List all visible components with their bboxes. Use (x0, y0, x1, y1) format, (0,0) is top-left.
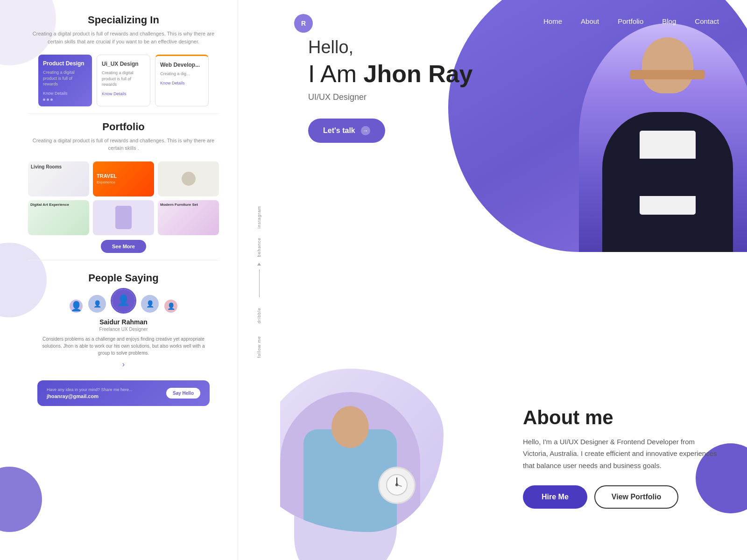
card-desc-2: Creating a digital product is full of re… (102, 70, 145, 88)
hire-me-button[interactable]: Hire Me (523, 485, 587, 509)
about-description: Hello, I'm a UI/UX Designer & Frontend D… (523, 436, 719, 472)
portfolio-grid: Living Rooms TRAVEL Experience Digital A… (28, 161, 219, 235)
about-working-image (280, 369, 458, 537)
right-panel: R Home About Portfolio Blog Contact Hell… (280, 0, 747, 560)
thumb-label-4: Digital Art Experience (28, 200, 89, 210)
contact-say-hello-button[interactable]: Say Hello (166, 388, 200, 399)
portfolio-subtitle: Creating a digital product is full of re… (28, 137, 219, 152)
divider-1 (28, 113, 219, 114)
card-title-2: Ui_UX Design (102, 61, 145, 67)
avatar-4: 👤 (163, 299, 178, 314)
person-body (602, 112, 733, 252)
divider-2 (28, 260, 219, 260)
thumb-icon-5 (115, 206, 132, 229)
card-link-1[interactable]: Know Details (43, 91, 87, 96)
portfolio-item-5[interactable] (93, 200, 154, 235)
nav-portfolio[interactable]: Portfolio (618, 17, 643, 25)
working-blob (280, 369, 444, 532)
nav-home[interactable]: Home (543, 17, 562, 25)
social-dribble[interactable]: dribble (257, 304, 261, 327)
arrow-line (259, 269, 260, 297)
hero-role: UI/UX Designer (308, 92, 473, 102)
specializing-title: Specializing In (28, 14, 219, 26)
specializing-cards: Product Design Creating a digital produc… (28, 55, 219, 106)
social-links: instagram behance dribble follow me (257, 202, 261, 358)
avatar-3: 👤 (140, 294, 160, 314)
nav-avatar: R (294, 14, 313, 33)
nav-blog[interactable]: Blog (662, 17, 676, 25)
card-link-3[interactable]: Know Details (160, 81, 204, 85)
contact-bar: Have any idea in your mind? Share me her… (37, 380, 210, 406)
specializing-section: Specializing In Creating a digital produ… (0, 0, 238, 415)
about-section: About me Hello, I'm a UI/UX Designer & F… (280, 499, 747, 537)
hero-btn-arrow-icon: → (361, 126, 370, 135)
clock-face (385, 473, 409, 497)
person-shoulders (630, 70, 705, 79)
nav-avatar-letter: R (301, 20, 306, 27)
view-portfolio-button[interactable]: View Portfolio (594, 485, 678, 509)
testimonial-text: Considers problems as a challenge and en… (42, 336, 205, 357)
clock-decoration (378, 467, 416, 504)
hero-section: Hello, I Am Jhon Ray UI/UX Designer Let'… (308, 37, 473, 143)
avatar-main: 👤 (111, 288, 136, 314)
card-dots-1 (43, 98, 87, 101)
avatar-1: 👤 (69, 299, 84, 314)
card-title-3: Web Develop... (160, 62, 204, 68)
navigation: R Home About Portfolio Blog Contact (280, 0, 747, 42)
portfolio-item-2[interactable]: TRAVEL Experience (93, 161, 154, 196)
working-person-head (331, 406, 369, 448)
arrow-up-icon (257, 263, 261, 266)
specializing-subtitle: Creating a digital product is full of re… (28, 30, 219, 45)
nav-contact[interactable]: Contact (695, 17, 719, 25)
contact-hint: Have any idea in your mind? Share me her… (47, 387, 133, 392)
hero-name-bold: Jhon Ray (363, 60, 472, 87)
testimonial-section: People Saying 👤 👤 👤 👤 👤 Saidur Rahm (28, 267, 219, 373)
about-buttons: Hire Me View Portfolio (523, 485, 719, 509)
hero-cta-label: Let's talk (323, 126, 355, 135)
nav-about[interactable]: About (581, 17, 599, 25)
portfolio-item-1[interactable]: Living Rooms (28, 161, 89, 196)
card-link-2[interactable]: Know Details (102, 91, 145, 96)
portfolio-item-4[interactable]: Digital Art Experience (28, 200, 89, 235)
about-text-area: About me Hello, I'm a UI/UX Designer & F… (523, 406, 719, 509)
person-silhouette (579, 23, 747, 252)
hero-intro: I Am (308, 60, 363, 87)
portfolio-item-6[interactable]: Modern Furniture Set (158, 200, 219, 235)
contact-bar-info: Have any idea in your mind? Share me her… (47, 387, 133, 399)
person-head (642, 37, 693, 93)
portfolio-title: Portfolio (28, 121, 219, 133)
card-desc-3: Creating a dig... (160, 71, 204, 77)
card-desc-1: Creating a digital product is full of re… (43, 70, 87, 87)
testimonial-avatars: 👤 👤 👤 👤 👤 (42, 288, 205, 314)
left-panel: Specializing In Creating a digital produ… (0, 0, 238, 560)
blob-decoration-bottom-left (0, 467, 42, 532)
testimonial-name: Saidur Rahman (42, 318, 205, 326)
card-web-dev[interactable]: Web Develop... Creating a dig... Know De… (155, 55, 209, 106)
thumb-icon-3 (182, 172, 196, 186)
social-behance[interactable]: behance (257, 234, 261, 261)
testimonial-role: Freelance UX Designer (42, 327, 205, 332)
hero-name: I Am Jhon Ray (308, 60, 473, 88)
middle-strip: instagram behance dribble follow me (238, 0, 280, 560)
testimonial-title: People Saying (42, 272, 205, 284)
nav-links: Home About Portfolio Blog Contact (543, 17, 719, 25)
testimonial-nav[interactable]: › (42, 360, 205, 369)
social-instagram[interactable]: instagram (257, 202, 261, 232)
thumb-label-6: Modern Furniture Set (158, 200, 219, 210)
follow-me-label: follow me (257, 336, 261, 358)
about-title: About me (523, 406, 719, 429)
card-ux-design[interactable]: Ui_UX Design Creating a digital product … (97, 55, 150, 106)
avatar-2: 👤 (87, 294, 107, 314)
see-more-button[interactable]: See More (101, 240, 146, 253)
thumb-label-2: TRAVEL (97, 173, 150, 179)
hero-cta-button[interactable]: Let's talk → (308, 119, 385, 143)
contact-email: jhoanray@gmail.com (47, 393, 133, 399)
thumb-sublabel-2: Experience (97, 180, 150, 184)
card-title-1: Product Design (43, 60, 87, 67)
thumb-label-1: Living Rooms (31, 164, 62, 169)
card-product-design[interactable]: Product Design Creating a digital produc… (38, 55, 92, 106)
portfolio-item-3[interactable] (158, 161, 219, 196)
person-arms (607, 159, 728, 196)
